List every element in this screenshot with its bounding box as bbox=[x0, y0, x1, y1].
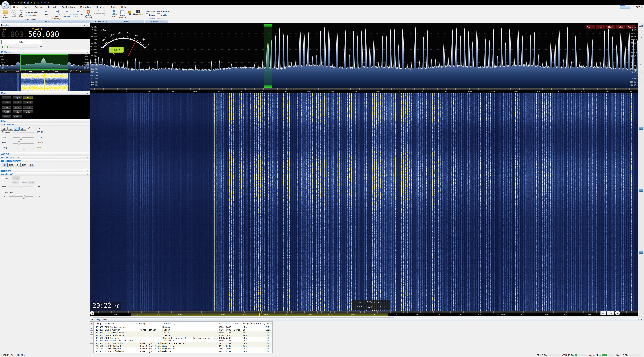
nr-button-nr1[interactable]: NR1 bbox=[8, 163, 14, 167]
lpf-dropdown[interactable]: LPF On(HF enabled) bbox=[51, 10, 62, 20]
noise-reduction-header[interactable]: Noise Reduction: Off▲ bbox=[0, 159, 90, 162]
collapse-arrow-icon[interactable]: ▼ bbox=[638, 318, 639, 321]
agc-button-off[interactable]: Off bbox=[1, 127, 7, 130]
collapse-arrow-icon[interactable]: ▲ bbox=[86, 173, 88, 176]
column-header-freq[interactable]: Freq bbox=[96, 322, 101, 326]
collapse-arrow-icon[interactable]: ▼ bbox=[86, 156, 88, 159]
mode-button-ecssl[interactable]: ECSS-L bbox=[12, 101, 22, 104]
agc-slope-slider[interactable] bbox=[12, 138, 34, 138]
gear-icon[interactable]: ✻ bbox=[641, 6, 643, 8]
spectrum-button-low[interactable]: Low bbox=[596, 25, 605, 29]
screenshot-button[interactable]: Screenshot bbox=[133, 10, 143, 15]
quick-home-icon[interactable]: ⌂ bbox=[10, 1, 12, 4]
database-more-button[interactable]: ⋯ bbox=[90, 340, 93, 344]
mode-button-sam[interactable]: SAM bbox=[2, 101, 12, 104]
lock-button[interactable]: Lock bbox=[127, 10, 133, 16]
column-header-off[interactable]: Off bbox=[226, 322, 230, 326]
column-header-lang[interactable]: Lang bbox=[140, 322, 145, 326]
tab-receive[interactable]: Receive bbox=[32, 5, 45, 9]
collapse-arrow-icon[interactable]: ▼ bbox=[86, 169, 88, 173]
squelch-auto-button[interactable]: Auto bbox=[12, 176, 20, 180]
if-display-header[interactable]: IF Display▲ bbox=[0, 50, 90, 54]
nr-button-nr4[interactable]: NR4 bbox=[28, 163, 34, 167]
notch-header[interactable]: Notch: Off▼ bbox=[0, 169, 90, 172]
buffering-dropdown[interactable]: BufferingMedium bbox=[63, 10, 72, 18]
collapse-arrow-icon[interactable]: ▼ bbox=[86, 152, 88, 156]
am-ssb-level-slider[interactable] bbox=[9, 196, 33, 198]
spectrum-button-center[interactable]: ►|◄ bbox=[616, 25, 625, 29]
spectrum-frequency-axis[interactable]: 2002503003504004505005506006507007508008… bbox=[90, 88, 638, 92]
agc-hang-slider[interactable] bbox=[12, 142, 34, 144]
stop-button[interactable]: ■ Stop bbox=[18, 10, 24, 17]
column-header-tx-country[interactable]: TX Country bbox=[162, 322, 175, 326]
mode-button-ecssu[interactable]: ECSS-U bbox=[23, 101, 33, 104]
column-header-days[interactable]: Days bbox=[234, 322, 239, 326]
waterfall-frequency-axis[interactable]: 1002003004005006007008009001.0001.1001.2… bbox=[90, 311, 638, 316]
collapse-arrow-icon[interactable]: ▼ bbox=[86, 120, 88, 123]
nr-button-off[interactable]: Off bbox=[2, 163, 8, 167]
slider-thumb[interactable] bbox=[20, 136, 22, 140]
collapse-arrow-icon[interactable]: ▲ bbox=[86, 92, 88, 95]
table-row[interactable]: 18.300HWU French NavyFrance00002400WEuEi… bbox=[94, 334, 272, 337]
database-fit-button[interactable]: ↔ bbox=[90, 335, 93, 339]
column-header-target[interactable]: Target bbox=[243, 322, 250, 326]
agc-button-slow[interactable]: Slow bbox=[20, 127, 26, 130]
slider-thumb[interactable] bbox=[18, 142, 20, 145]
table-row[interactable]: 20.500RJH66 BishkekTime Signal StationKy… bbox=[94, 348, 272, 350]
auto-mute-options-button[interactable]: ✻ Options bbox=[146, 16, 155, 20]
nr-button-nr2[interactable]: NR2 bbox=[15, 163, 21, 167]
auto-mute-enable-checkbox[interactable]: Enable bbox=[146, 13, 155, 17]
quick-play-icon[interactable]: ▶ bbox=[20, 1, 23, 4]
att-dropdown[interactable]: ATTOff bbox=[42, 10, 51, 18]
monitor-2-icon[interactable] bbox=[625, 6, 630, 9]
select-radio-button[interactable]: ▶ Select Radio bbox=[2, 10, 10, 18]
quick-star-icon[interactable]: ★ bbox=[30, 1, 33, 4]
tab-transmit[interactable]: Transmit bbox=[45, 5, 59, 9]
column-header-station[interactable]: Station bbox=[105, 322, 114, 326]
database-title-bar[interactable]: Frequency Database ▼ ✕ bbox=[90, 318, 644, 321]
start-button[interactable]: ▶ Start bbox=[10, 10, 17, 17]
table-row[interactable]: 20.500RJH69 MolodechnoTime Signal Statio… bbox=[94, 350, 272, 353]
agc-button-med[interactable]: Med bbox=[14, 127, 20, 130]
tab-view[interactable]: View bbox=[22, 5, 32, 9]
quick-person-icon[interactable]: ♟ bbox=[40, 1, 43, 4]
fm-checkbox[interactable]: FM bbox=[2, 177, 8, 179]
quick-stop-icon[interactable]: ■ bbox=[24, 1, 26, 4]
cw-header[interactable]: CW: Off▼ bbox=[0, 152, 90, 156]
nr-button-nr3[interactable]: NR3 bbox=[21, 163, 27, 167]
agc-button-fast[interactable]: Fast bbox=[8, 127, 13, 130]
noise-blanker-header[interactable]: Noise Blanker: Off▼ bbox=[0, 156, 90, 159]
waterfall-play-button[interactable]: ◉ bbox=[615, 311, 620, 316]
quick-folder-icon[interactable]: ▰ bbox=[17, 1, 19, 4]
tuning-selection[interactable] bbox=[264, 24, 272, 88]
app-menu-button[interactable] bbox=[1, 1, 10, 9]
agc-header[interactable]: AGC: Medium▲ bbox=[0, 123, 90, 126]
mode-button-usb[interactable]: USB bbox=[23, 110, 33, 114]
database-go-button[interactable]: ▶ bbox=[90, 326, 93, 330]
mode-button-step[interactable]: Step ≡ bbox=[12, 96, 22, 99]
always-on-top-button[interactable]: Always On Top bbox=[110, 10, 118, 18]
agc-decay-slider[interactable] bbox=[12, 148, 34, 149]
mode-button-widel[interactable]: Wide-L bbox=[2, 115, 12, 118]
waterfall-scrollbar[interactable] bbox=[90, 316, 638, 318]
preset-dropdown[interactable]: Default▼ bbox=[1, 40, 42, 44]
quick-undo-icon[interactable]: ↶ bbox=[44, 1, 46, 4]
collapse-arrow-icon[interactable]: ▲ bbox=[86, 123, 88, 126]
spectrum-button-high[interactable]: High bbox=[606, 25, 615, 29]
visual-gain-dropdown[interactable]: Visual Gain0 dB bbox=[72, 10, 83, 18]
slider-thumb[interactable] bbox=[20, 185, 22, 188]
slider-thumb[interactable] bbox=[23, 195, 25, 199]
table-row[interactable]: 19.800NWC US/Australian NavyAustralia000… bbox=[94, 340, 272, 342]
ctcss-checkbox[interactable]: CTCSS bbox=[2, 181, 12, 183]
tab-favourites[interactable]: Favourites bbox=[78, 5, 93, 9]
quick-sync-icon[interactable]: ↓ bbox=[27, 1, 29, 4]
mode-button-am[interactable]: AM bbox=[23, 96, 33, 99]
am-ssb-checkbox[interactable]: AM / SSB bbox=[2, 191, 14, 194]
child-instance-button[interactable]: + Child Instance bbox=[118, 10, 126, 18]
mode-button-wideu[interactable]: Wide-U bbox=[12, 115, 22, 118]
selection-top-cap[interactable] bbox=[264, 24, 272, 27]
speaker-icon[interactable]: ◀) bbox=[6, 45, 8, 48]
database-filter-button[interactable]: ▼ bbox=[90, 330, 93, 334]
calibration-button[interactable]: ⊿ Calibration bbox=[26, 14, 37, 18]
filter-header[interactable]: Filter▼ bbox=[0, 120, 90, 123]
